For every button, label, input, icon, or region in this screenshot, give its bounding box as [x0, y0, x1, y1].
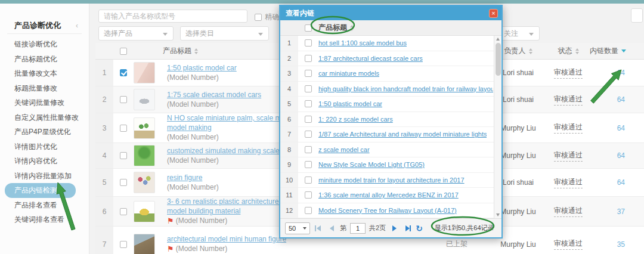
item-checkbox[interactable]: [305, 100, 312, 107]
item-checkbox[interactable]: [305, 161, 312, 168]
internal-link[interactable]: 1:87 architectural diecast scale cars: [318, 55, 423, 62]
row-checkbox[interactable]: [120, 152, 127, 159]
collapse-icon[interactable]: ‹: [76, 21, 78, 30]
refresh-icon[interactable]: ↻: [416, 224, 423, 233]
exact-query-checkbox[interactable]: [255, 14, 262, 21]
prev-page-button[interactable]: [327, 224, 336, 233]
sidebar-item-p4p-star-optimize[interactable]: 产品P4P星级优化: [0, 125, 89, 140]
row-checkbox[interactable]: [120, 241, 127, 248]
app-root: 产品诊断优化 ‹ 链接诊断优化 产品标题优化 批量修改文本 标题批量修改 关键词…: [0, 0, 644, 254]
product-select[interactable]: 选择产品: [98, 26, 174, 41]
first-page-button[interactable]: [314, 224, 323, 233]
list-item: 3car miniature models: [280, 66, 501, 82]
chevron-down-icon: [529, 33, 534, 36]
view-internal-links-modal: 查看内链 × 产品标题 1hot sell 1:100 scale model …: [279, 5, 503, 238]
sidebar-item-keyword-batch-edit[interactable]: 关键词批量修改: [0, 95, 89, 110]
column-header-status[interactable]: 状态: [547, 46, 589, 56]
link-count-value[interactable]: 64: [617, 178, 625, 187]
sidebar-item-batch-edit-text[interactable]: 批量修改文本: [0, 66, 89, 81]
sidebar-item-detail-content-optimize[interactable]: 详情内容优化: [0, 154, 89, 169]
row-checkbox[interactable]: [120, 125, 127, 132]
modal-select-all-checkbox[interactable]: [305, 24, 312, 32]
modal-header[interactable]: 查看内链 ×: [280, 6, 501, 20]
status-cell: 审核通过: [547, 143, 589, 168]
item-checkbox[interactable]: [305, 39, 312, 47]
internal-link[interactable]: New Style Scale Model Light (TG05): [318, 161, 425, 168]
sidebar-item-detail-content-batch-add[interactable]: 详情内容批量添加: [0, 169, 89, 184]
product-image: [134, 172, 155, 193]
sidebar-item-link-diagnosis[interactable]: 链接诊断优化: [0, 37, 89, 52]
status-cell: 审核通过: [547, 227, 589, 254]
category-select[interactable]: 选择类目: [180, 26, 269, 41]
link-count-value[interactable]: 64: [617, 124, 625, 132]
select-all-checkbox[interactable]: [120, 48, 127, 55]
internal-link[interactable]: 1:36 scale mental alloy Mercedez BENZ in…: [318, 191, 459, 199]
link-count-value[interactable]: 64: [617, 95, 625, 104]
product-image: [134, 234, 155, 254]
sidebar-item-internal-link-check[interactable]: 产品内链检测: [5, 183, 76, 198]
item-checkbox[interactable]: [305, 85, 312, 92]
sort-desc-icon[interactable]: [621, 49, 626, 52]
scrollbar[interactable]: [494, 36, 501, 218]
link-count-value[interactable]: 37: [617, 207, 625, 216]
page-size-select[interactable]: 50: [285, 222, 310, 234]
next-page-button[interactable]: [389, 224, 399, 233]
internal-link[interactable]: hot sell 1:100 scale model bus: [318, 39, 407, 47]
sidebar-item-detail-image-optimize[interactable]: 详情图片优化: [0, 140, 89, 154]
sidebar-item-title-optimize[interactable]: 产品标题优化: [0, 52, 89, 67]
internal-link[interactable]: high quality black iron handcraft model …: [318, 85, 493, 92]
modal-column-header-title[interactable]: 产品标题: [318, 23, 354, 33]
sort-icon[interactable]: [529, 48, 532, 54]
internal-link[interactable]: miniture model train for layout architec…: [318, 176, 465, 184]
row-index: 5: [95, 169, 113, 196]
sort-icon[interactable]: [575, 48, 579, 54]
link-count-value[interactable]: 35: [617, 240, 625, 249]
sort-icon[interactable]: [194, 48, 198, 54]
row-index: 7: [95, 227, 113, 254]
item-checkbox[interactable]: [305, 191, 312, 199]
model-number-label: (Model Number): [176, 216, 228, 225]
sort-icon[interactable]: [350, 25, 354, 31]
row-checkbox[interactable]: [120, 179, 127, 186]
modal-list-header: 产品标题: [280, 20, 501, 36]
internal-link[interactable]: 1/87 scale Architectural and railway mod…: [318, 131, 487, 138]
modal-list: 1hot sell 1:100 scale model bus 21:87 ar…: [280, 36, 501, 218]
sidebar-item-product-rank-view[interactable]: 产品排名查看: [0, 198, 89, 213]
item-checkbox[interactable]: [305, 176, 312, 184]
row-checkbox[interactable]: [120, 208, 127, 215]
column-header-link-count[interactable]: 内链数量: [589, 46, 637, 56]
partial-button[interactable]: [631, 8, 643, 23]
internal-link[interactable]: z scale model car: [318, 146, 370, 153]
sidebar-item-title-batch-edit[interactable]: 标题批量修改: [0, 81, 89, 96]
list-item: 10miniture model train for layout archit…: [280, 173, 501, 188]
item-checkbox[interactable]: [305, 55, 312, 62]
list-item: 4high quality black iron handcraft model…: [280, 82, 501, 97]
list-item: 51:50 plastic model car: [280, 97, 501, 112]
item-checkbox[interactable]: [305, 131, 312, 138]
scrollbar-thumb[interactable]: [496, 43, 501, 76]
status-cell: 审核通过: [547, 169, 589, 196]
internal-link[interactable]: 1: 220 z scale model cars: [318, 116, 393, 123]
last-page-button[interactable]: [402, 224, 412, 233]
row-checkbox[interactable]: [120, 69, 127, 76]
search-input[interactable]: [98, 10, 247, 23]
modal-pagination: 50 第 共2页 ↻ 显示1到50,共64记录: [280, 218, 501, 237]
close-icon[interactable]: ×: [489, 9, 498, 18]
item-checkbox[interactable]: [305, 116, 312, 123]
internal-link[interactable]: Model Scenery Tree for Railway Layout (A…: [318, 207, 457, 214]
internal-link[interactable]: 1:50 plastic model car: [318, 100, 382, 107]
link-count-value[interactable]: 64: [617, 151, 625, 160]
item-checkbox[interactable]: [305, 146, 312, 153]
page-number-input[interactable]: [350, 223, 366, 234]
item-checkbox[interactable]: [305, 70, 312, 77]
scroll-up-icon[interactable]: [496, 38, 500, 41]
link-count-value[interactable]: 64: [617, 69, 625, 77]
scroll-down-icon[interactable]: [496, 213, 500, 216]
sidebar-item-custom-attr-batch-edit[interactable]: 自定义属性批量修改: [0, 110, 89, 125]
model-number-label: (Model Number): [167, 73, 219, 82]
list-item: 21:87 architectural diecast scale cars: [280, 51, 501, 67]
sidebar-item-keyword-rank-view[interactable]: 关键词排名查看: [0, 212, 89, 227]
internal-link[interactable]: car miniature models: [318, 70, 379, 77]
item-checkbox[interactable]: [305, 207, 312, 214]
row-checkbox[interactable]: [120, 96, 127, 103]
